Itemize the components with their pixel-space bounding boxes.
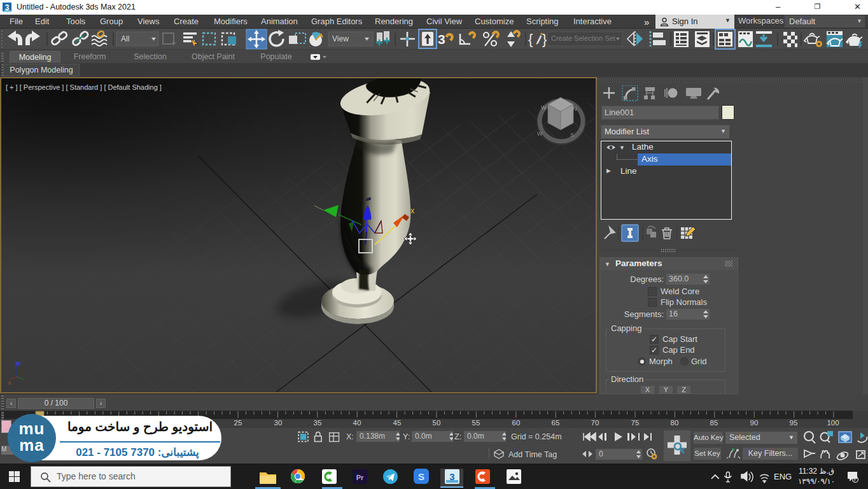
svg-text:S: S	[418, 471, 424, 482]
svg-text:80: 80	[671, 419, 679, 427]
svg-text:{: {	[528, 31, 533, 47]
svg-text:Pr: Pr	[356, 474, 364, 481]
svg-text:95: 95	[790, 419, 798, 427]
svg-text:85: 85	[710, 419, 718, 427]
svg-text:x: x	[410, 206, 415, 215]
svg-text:90: 90	[750, 419, 759, 427]
svg-text:75: 75	[631, 419, 640, 427]
svg-text:3: 3	[438, 32, 445, 46]
svg-text:N: N	[573, 106, 577, 112]
svg-text:25: 25	[234, 419, 242, 427]
svg-text:x: x	[8, 379, 11, 386]
svg-text:All: All	[121, 34, 129, 43]
svg-text:[ + ] [ Perspective ] [ Standa: [ + ] [ Perspective ] [ Standard ] [ Def…	[6, 83, 162, 91]
svg-text:View: View	[332, 34, 349, 43]
svg-text:65: 65	[552, 419, 560, 427]
svg-text:100: 100	[827, 419, 839, 427]
svg-text:W: W	[541, 104, 547, 111]
svg-text:S: S	[570, 132, 574, 138]
svg-text:30: 30	[274, 419, 283, 427]
svg-text:35: 35	[314, 419, 322, 427]
svg-text:}: }	[542, 31, 547, 47]
svg-text:45: 45	[393, 419, 402, 427]
svg-text:70: 70	[591, 419, 599, 427]
svg-text:F: F	[854, 478, 857, 482]
svg-text:50: 50	[433, 419, 441, 427]
svg-text:W: W	[537, 131, 543, 137]
svg-text:Create Selection Set: Create Selection Set	[551, 34, 615, 42]
svg-text:40: 40	[353, 419, 361, 427]
svg-text:55: 55	[472, 419, 480, 427]
svg-text:60: 60	[512, 419, 521, 427]
